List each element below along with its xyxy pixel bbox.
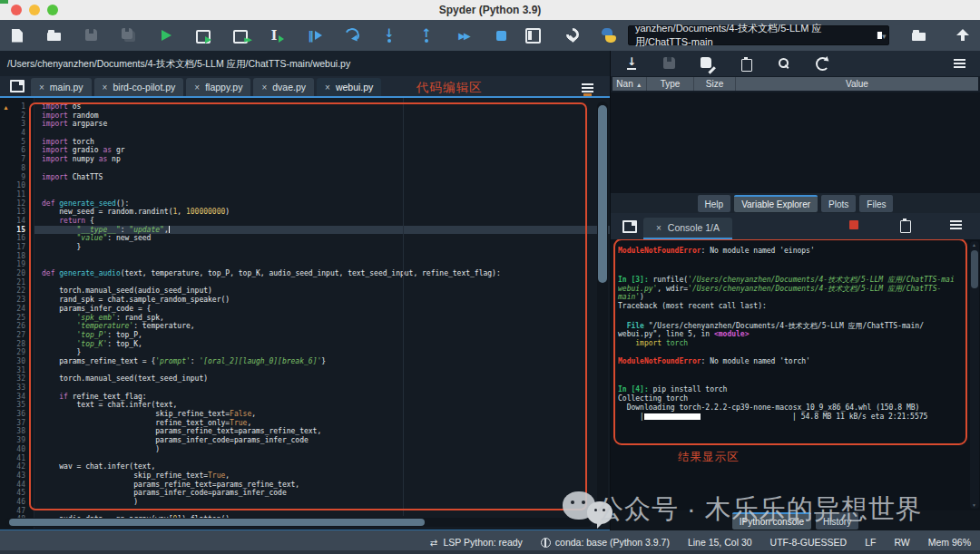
run-cell-icon[interactable] [195, 27, 211, 44]
code-line[interactable]: rand_spk = chat.sample_random_speaker() [34, 296, 610, 305]
editor-horizontal-scrollbar[interactable] [5, 518, 592, 527]
parent-directory-icon[interactable] [955, 27, 971, 44]
code-line[interactable]: import os [34, 102, 610, 112]
editor-tab-main.py[interactable]: ×main.py [31, 78, 92, 96]
close-tab-icon[interactable]: × [103, 83, 108, 92]
code-line[interactable] [34, 190, 610, 199]
code-line[interactable]: 'temperature': temperature, [34, 322, 610, 331]
code-line[interactable]: params_refine_text=params_refine_text, [34, 481, 610, 490]
code-line[interactable]: 'spk_emb': rand_spk, [34, 314, 610, 323]
working-directory-selector[interactable]: yanzhen/Documents/4-技术文档/5-LLM 应用/ChatTT… [628, 25, 889, 45]
tab-help[interactable]: Help [698, 195, 731, 212]
browse-tabs-icon[interactable] [622, 219, 638, 235]
maximize-pane-icon[interactable] [524, 27, 541, 44]
new-file-icon[interactable] [9, 27, 25, 44]
code-line[interactable] [34, 260, 610, 269]
minimize-window-button[interactable] [29, 5, 40, 15]
status-lsp[interactable]: LSP Python: ready [428, 537, 522, 548]
save-data-as-icon[interactable] [700, 55, 716, 72]
code-line[interactable]: params_infer_code=params_infer_code [34, 436, 610, 445]
status-line[interactable]: Line 15, Col 30 [688, 537, 752, 548]
copy-data-icon[interactable] [738, 55, 754, 72]
code-line[interactable] [34, 366, 610, 375]
code-line[interactable]: params_infer_code = { [34, 305, 610, 314]
code-line[interactable]: "value": new_seed [34, 234, 610, 243]
code-editor[interactable]: 1234567891011121314151617181920212223242… [0, 98, 610, 529]
code-line[interactable]: } [34, 348, 610, 357]
status-mem[interactable]: Mem 96% [928, 537, 971, 548]
console-scrollbar[interactable] [970, 241, 979, 509]
code-line[interactable] [34, 164, 610, 173]
browse-tabs-icon[interactable] [9, 78, 25, 94]
python-interpreter-icon[interactable] [601, 27, 617, 44]
column-header-value[interactable]: Value [736, 77, 978, 91]
tab-ipython-console[interactable]: IPython console [732, 512, 811, 530]
editor-tab-webui.py[interactable]: ×webui.py [317, 78, 381, 96]
console-tab[interactable]: × Console 1/A [643, 218, 732, 239]
editor-tab-bird-co-pilot.py[interactable]: ×bird-co-pilot.py [94, 78, 184, 96]
code-line[interactable]: params_infer_code=params_infer_code [34, 489, 610, 498]
code-line[interactable]: new_seed = random.randint(1, 100000000) [34, 208, 610, 217]
run-cell-advance-icon[interactable] [232, 27, 249, 44]
tab-history[interactable]: History [816, 512, 858, 530]
code-line[interactable]: } [34, 243, 610, 252]
column-header-size[interactable]: Size [694, 77, 736, 91]
status-conda[interactable]: conda: base (Python 3.9.7) [541, 537, 670, 548]
debug-file-icon[interactable] [307, 27, 323, 44]
code-line[interactable] [34, 278, 610, 287]
zoom-window-button[interactable] [47, 5, 58, 15]
ve-options-menu-icon[interactable] [951, 55, 967, 72]
code-line[interactable]: text = chat.infer(text, [34, 401, 610, 410]
scrollbar-thumb[interactable] [598, 105, 607, 283]
console-pane[interactable]: ModuleNotFoundError: No module named 'ei… [611, 239, 980, 510]
code-line[interactable]: "__type__": "update", [34, 226, 610, 235]
preferences-icon[interactable] [563, 27, 579, 44]
code-line[interactable]: wav = chat.infer(text, [34, 462, 610, 471]
code-line[interactable]: def generate_audio(text, temperature, to… [34, 269, 610, 278]
copy-console-icon[interactable] [897, 217, 913, 233]
status-rw[interactable]: RW [894, 537, 909, 548]
code-line[interactable]: import numpy as np [34, 155, 610, 164]
close-tab-icon[interactable]: × [261, 83, 267, 92]
variable-explorer-table[interactable] [611, 92, 980, 193]
code-line[interactable]: import gradio as gr [34, 146, 610, 155]
code-line[interactable] [34, 454, 610, 463]
stop-debug-icon[interactable] [493, 27, 509, 44]
code-line[interactable]: skip_refine_text=True, [34, 471, 610, 481]
refresh-icon[interactable] [814, 55, 830, 72]
search-icon[interactable] [776, 55, 792, 72]
open-directory-icon[interactable] [911, 27, 927, 44]
run-file-icon[interactable] [158, 27, 174, 44]
status-utf-8-guessed[interactable]: UTF-8-GUESSED [770, 537, 848, 548]
close-tab-icon[interactable]: × [325, 83, 330, 92]
column-header-nan[interactable]: Nan▲ [612, 77, 647, 91]
column-header-type[interactable]: Type [647, 77, 694, 91]
code-line[interactable]: torch.manual_seed(text_seed_input) [34, 374, 610, 384]
import-data-icon[interactable] [623, 55, 640, 72]
chevron-down-icon[interactable]: ▾ [877, 32, 882, 39]
interrupt-kernel-icon[interactable] [846, 217, 862, 233]
code-line[interactable]: ) [34, 498, 610, 507]
editor-tab-flappy.py[interactable]: ×flappy.py [186, 78, 250, 96]
code-line[interactable]: 'top_K': top_K, [34, 340, 610, 349]
debug-continue-icon[interactable] [456, 27, 472, 44]
code-line[interactable]: return { [34, 217, 610, 226]
editor-vertical-scrollbar[interactable] [597, 102, 608, 514]
code-line[interactable]: params_refine_text=params_refine_text, [34, 427, 610, 436]
open-file-icon[interactable] [46, 27, 63, 44]
code-line[interactable]: 'top_P': top_P, [34, 331, 610, 340]
code-line[interactable]: import argparse [34, 120, 610, 129]
tab-plots[interactable]: Plots [821, 195, 856, 212]
step-return-icon[interactable] [418, 27, 435, 44]
code-line[interactable] [34, 507, 610, 516]
tab-files[interactable]: Files [859, 195, 893, 212]
tab-variable-explorer[interactable]: Variable Explorer [734, 195, 818, 212]
code-line[interactable]: import random [34, 112, 610, 121]
run-selection-icon[interactable] [270, 27, 286, 44]
close-tab-icon[interactable]: × [39, 83, 44, 92]
options-menu-icon[interactable] [947, 217, 964, 233]
code-line[interactable] [34, 384, 610, 393]
code-line[interactable]: import torch [34, 138, 610, 147]
code-line[interactable]: def generate_seed(): [34, 199, 610, 209]
code-line[interactable] [34, 129, 610, 138]
